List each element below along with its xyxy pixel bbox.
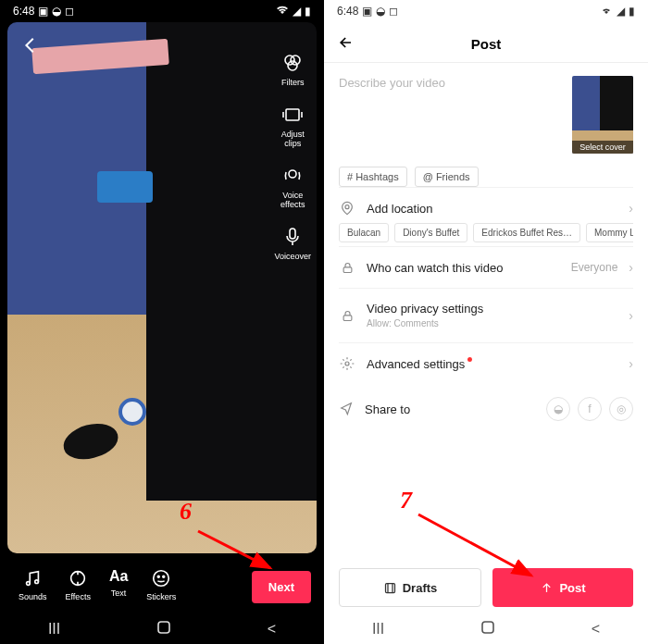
share-icon — [339, 401, 354, 418]
header: Post — [324, 26, 648, 63]
svg-point-17 — [345, 362, 349, 365]
svg-point-1 — [291, 56, 300, 65]
music-icon — [22, 568, 43, 588]
svg-line-20 — [418, 514, 531, 576]
text-icon: Aa — [109, 568, 128, 585]
recents-icon[interactable]: III — [48, 621, 60, 638]
home-icon[interactable] — [480, 620, 495, 638]
side-tools: Filters Adjust clips Voice effects Voice… — [274, 52, 311, 261]
voice-effects-button[interactable]: Voice effects — [280, 165, 305, 209]
status-bar: 6:48 ▣ ◒ ◻ ◢ ▮ — [324, 0, 648, 22]
friends-chip[interactable]: @ Friends — [415, 167, 479, 187]
android-navbar: III < — [0, 614, 324, 644]
drafts-icon — [383, 581, 397, 595]
description-input[interactable]: Describe your video — [339, 76, 563, 154]
status-time: 6:48 — [337, 5, 358, 18]
share-instagram[interactable]: ◎ — [609, 397, 633, 421]
sticker-icon — [151, 568, 171, 588]
messenger-icon: ◒ — [52, 5, 61, 18]
stickers-button[interactable]: Stickers — [146, 568, 176, 601]
content: Describe your video Select cover # Hasht… — [324, 63, 648, 434]
chevron-right-icon: › — [629, 356, 633, 371]
share-messenger[interactable]: ◒ — [546, 397, 570, 421]
status-time: 6:48 — [13, 5, 34, 18]
cover-caption: Select cover — [572, 141, 633, 154]
adjust-clips-button[interactable]: Adjust clips — [281, 104, 305, 148]
step-6-label: 6 — [180, 498, 192, 526]
step-7-arrow — [413, 509, 552, 592]
effects-icon — [68, 568, 88, 588]
lock-icon — [339, 309, 355, 323]
image-icon: ▣ — [362, 5, 372, 18]
svg-line-13 — [198, 531, 270, 568]
svg-point-4 — [289, 170, 296, 178]
post-screen: 6:48 ▣ ◒ ◻ ◢ ▮ Post Describe your video … — [324, 0, 648, 644]
step-6-arrow — [193, 526, 285, 581]
svg-rect-16 — [343, 315, 352, 320]
editor-screen: 6:48 ▣ ◒ ◻ ◢ ▮ Filters A — [0, 0, 324, 644]
svg-point-10 — [158, 576, 160, 577]
notification-dot — [467, 357, 472, 362]
back-button[interactable] — [20, 35, 41, 59]
loc-chip[interactable]: Edrickos Buffet Res… — [473, 223, 580, 242]
back-icon[interactable]: < — [268, 621, 276, 638]
advanced-settings-row[interactable]: Advanced settings › — [339, 342, 633, 384]
square-icon: ◻ — [389, 5, 398, 18]
lock-icon — [339, 261, 355, 275]
wifi-icon — [600, 5, 613, 18]
privacy-settings-row[interactable]: Video privacy settings Allow: Comments › — [339, 288, 633, 342]
cover-thumbnail[interactable]: Select cover — [572, 76, 633, 154]
effects-button[interactable]: Effects — [66, 568, 91, 601]
signal-icon: ◢ — [293, 5, 301, 18]
who-can-watch-row[interactable]: Who can watch this video Everyone › — [339, 246, 633, 288]
svg-point-14 — [345, 205, 349, 209]
back-icon[interactable]: < — [592, 621, 600, 638]
location-icon — [339, 201, 355, 216]
loc-chip[interactable]: Bulacan — [339, 223, 389, 242]
filters-icon — [281, 52, 304, 74]
svg-rect-18 — [385, 583, 394, 592]
back-button[interactable] — [337, 33, 355, 56]
chevron-right-icon: › — [629, 201, 633, 216]
home-icon[interactable] — [156, 620, 171, 638]
recents-icon[interactable]: III — [372, 621, 384, 638]
battery-icon: ▮ — [305, 5, 311, 18]
video-preview[interactable]: Filters Adjust clips Voice effects Voice… — [7, 22, 317, 553]
wifi-icon — [276, 5, 289, 18]
chevron-right-icon: › — [629, 308, 633, 323]
image-icon: ▣ — [38, 5, 48, 18]
svg-point-6 — [27, 582, 31, 586]
voiceover-button[interactable]: Voiceover — [274, 226, 311, 261]
step-7-label: 7 — [400, 487, 412, 514]
android-navbar: III < — [324, 614, 648, 644]
svg-rect-15 — [343, 266, 352, 272]
svg-point-7 — [35, 580, 39, 584]
location-suggestions: Bulacan Diony's Buffet Edrickos Buffet R… — [339, 223, 633, 242]
share-to-row: Share to ◒ f ◎ — [339, 384, 633, 434]
signal-icon: ◢ — [617, 5, 625, 18]
status-bar: 6:48 ▣ ◒ ◻ ◢ ▮ — [0, 0, 324, 22]
battery-icon: ▮ — [629, 5, 635, 18]
gear-icon — [339, 356, 355, 371]
svg-point-11 — [163, 576, 165, 577]
sounds-button[interactable]: Sounds — [19, 568, 47, 601]
square-icon: ◻ — [65, 5, 74, 18]
voice-effects-icon — [281, 165, 304, 187]
loc-chip[interactable]: Mommy Lou's & I — [586, 223, 633, 242]
mic-icon — [281, 226, 304, 248]
chevron-right-icon: › — [629, 260, 633, 275]
svg-rect-5 — [290, 229, 295, 239]
messenger-icon: ◒ — [376, 5, 385, 18]
hashtags-chip[interactable]: # Hashtags — [339, 167, 407, 187]
svg-rect-3 — [286, 109, 299, 120]
svg-point-9 — [154, 571, 169, 587]
svg-rect-12 — [158, 622, 169, 633]
share-facebook[interactable]: f — [578, 397, 602, 421]
svg-point-2 — [288, 61, 297, 70]
loc-chip[interactable]: Diony's Buffet — [394, 223, 467, 242]
scene-illustration — [7, 22, 317, 553]
adjust-clips-icon — [281, 104, 304, 126]
filters-button[interactable]: Filters — [281, 52, 305, 87]
page-title: Post — [471, 36, 502, 52]
text-button[interactable]: Aa Text — [109, 568, 128, 601]
